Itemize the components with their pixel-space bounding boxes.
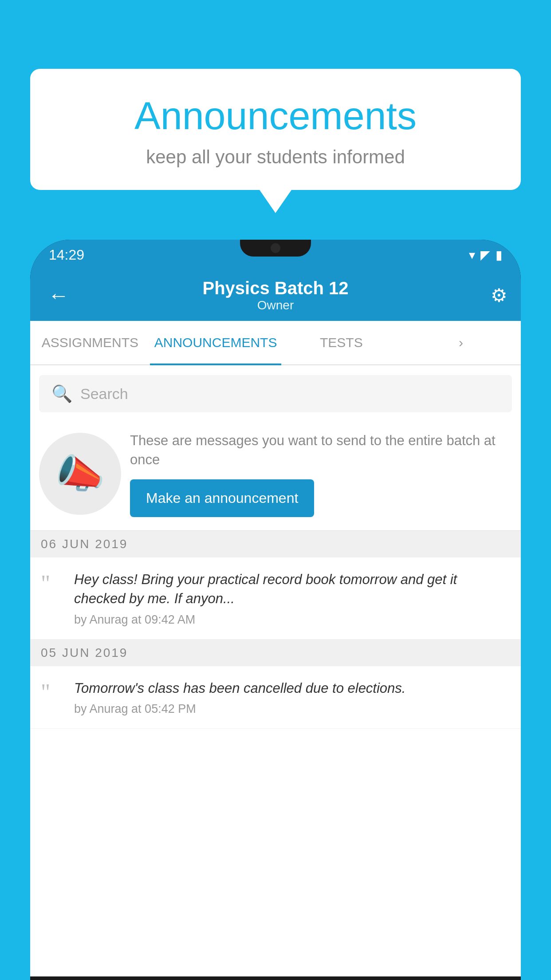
back-button[interactable]: ← [43,279,74,312]
announcement-meta-2: by Anurag at 05:42 PM [74,702,510,716]
announcement-content-1: Hey class! Bring your practical record b… [74,570,510,627]
date-separator-2: 05 JUN 2019 [30,640,521,666]
notch [240,240,311,257]
header-center: Physics Batch 12 Owner [202,278,348,312]
tab-announcements[interactable]: ANNOUNCEMENTS [150,321,282,364]
announcement-promo: 📣 These are messages you want to send to… [30,422,521,531]
search-icon: 🔍 [51,384,72,403]
quote-icon-2: " [41,681,65,704]
announcement-meta-1: by Anurag at 09:42 AM [74,613,510,627]
settings-button[interactable]: ⚙ [491,285,508,306]
tabs-bar: ASSIGNMENTS ANNOUNCEMENTS TESTS › [30,321,521,365]
phone-frame: 14:29 ▾ ◤ ▮ ← Physics Batch 12 Owner ⚙ A… [30,240,521,980]
announcement-item-2[interactable]: " Tomorrow's class has been cancelled du… [30,666,521,729]
date-separator-1: 06 JUN 2019 [30,531,521,557]
announcement-text-2: Tomorrow's class has been cancelled due … [74,679,510,698]
header-title: Physics Batch 12 [202,278,348,298]
bubble-subtitle: keep all your students informed [57,146,494,168]
front-camera [271,243,280,253]
search-bar[interactable]: 🔍 Search [39,375,512,412]
app-header: ← Physics Batch 12 Owner ⚙ [30,270,521,321]
signal-icon: ◤ [480,248,490,262]
status-time: 14:29 [49,247,84,263]
speech-bubble: Announcements keep all your students inf… [30,69,521,190]
tab-more[interactable]: › [401,321,521,364]
megaphone-icon-container: 📣 [39,433,121,515]
quote-icon-1: " [41,572,65,595]
promo-right: These are messages you want to send to t… [130,431,512,517]
tab-assignments[interactable]: ASSIGNMENTS [30,321,150,364]
tab-tests[interactable]: TESTS [281,321,401,364]
promo-text: These are messages you want to send to t… [130,431,512,470]
announcement-item-1[interactable]: " Hey class! Bring your practical record… [30,557,521,640]
search-placeholder: Search [80,385,128,403]
make-announcement-button[interactable]: Make an announcement [130,479,314,517]
wifi-icon: ▾ [469,248,475,262]
bubble-title: Announcements [57,93,494,138]
announcement-text-1: Hey class! Bring your practical record b… [74,570,510,609]
status-icons: ▾ ◤ ▮ [469,248,502,262]
phone-content: 🔍 Search 📣 These are messages you want t… [30,365,521,976]
header-subtitle: Owner [202,298,348,312]
announcement-content-2: Tomorrow's class has been cancelled due … [74,679,510,716]
battery-icon: ▮ [496,248,502,262]
megaphone-icon: 📣 [55,450,105,497]
